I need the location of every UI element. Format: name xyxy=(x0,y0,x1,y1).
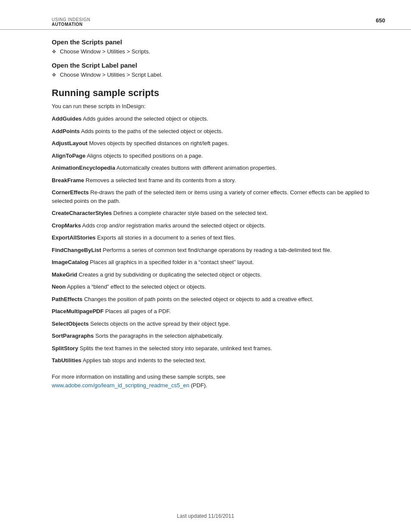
footer-section: For more information on installing and u… xyxy=(52,373,385,391)
script-description-13: Applies a “blend” effect to the selected… xyxy=(66,283,206,290)
script-name-2: AdjustLayout xyxy=(52,140,87,146)
footer-text-label: For more information on installing and u… xyxy=(52,373,225,380)
open-scripts-text: Choose Window > Utilities > Scripts. xyxy=(60,48,150,55)
script-name-13: Neon xyxy=(52,283,66,290)
script-description-5: Removes a selected text frame and its co… xyxy=(84,177,236,184)
open-script-label-heading: Open the Script Label panel xyxy=(52,62,385,69)
script-entry-4: AnimationEncyclopedia Automatically crea… xyxy=(52,164,385,172)
script-entry-10: FindChangeByList Performs a series of co… xyxy=(52,246,385,255)
script-name-8: CropMarks xyxy=(52,222,81,229)
diamond-icon: ❖ xyxy=(52,49,56,55)
script-description-10: Performs a series of common text find/ch… xyxy=(101,247,332,253)
script-name-12: MakeGrid xyxy=(52,271,77,278)
page-footer: Last updated 11/16/2011 xyxy=(0,513,411,519)
script-entry-19: TabUtilities Applies tab stops and inden… xyxy=(52,356,385,365)
scripts-list: AddGuides Adds guides around the selecte… xyxy=(52,115,385,365)
script-name-0: AddGuides xyxy=(52,115,81,122)
script-name-16: SelectObjects xyxy=(52,320,89,327)
script-entry-1: AddPoints Adds points to the paths of th… xyxy=(52,127,385,136)
open-scripts-panel-heading: Open the Scripts panel xyxy=(52,38,385,46)
script-name-6: CornerEffects xyxy=(52,189,89,196)
script-name-14: PathEffects xyxy=(52,296,83,302)
script-description-6: Re-draws the path of the selected item o… xyxy=(52,189,369,204)
script-description-18: Splits the text frames in the selected s… xyxy=(78,345,272,352)
script-entry-6: CornerEffects Re-draws the path of the s… xyxy=(52,188,385,205)
script-description-0: Adds guides around the selected object o… xyxy=(81,115,208,122)
script-entry-14: PathEffects Changes the position of path… xyxy=(52,295,385,304)
footer-link[interactable]: www.adobe.com/go/learn_id_scripting_read… xyxy=(52,382,189,389)
header-using-label: USING INDESIGN xyxy=(52,17,90,22)
script-entry-2: AdjustLayout Moves objects by specified … xyxy=(52,139,385,148)
header-section-label: Automation xyxy=(52,22,90,27)
script-entry-12: MakeGrid Creates a grid by subdividing o… xyxy=(52,271,385,279)
script-description-1: Adds points to the paths of the selected… xyxy=(80,128,223,134)
last-updated-label: Last updated 11/16/2011 xyxy=(177,513,234,519)
open-scripts-panel-section: Open the Scripts panel ❖ Choose Window >… xyxy=(52,38,385,55)
script-description-19: Applies tab stops and indents to the sel… xyxy=(81,357,206,364)
script-entry-17: SortParagraphs Sorts the paragraphs in t… xyxy=(52,332,385,340)
open-script-label-section: Open the Script Label panel ❖ Choose Win… xyxy=(52,62,385,78)
script-entry-11: ImageCatalog Places all graphics in a sp… xyxy=(52,258,385,267)
script-entry-16: SelectObjects Selects objects on the act… xyxy=(52,320,385,328)
script-entry-5: BreakFrame Removes a selected text frame… xyxy=(52,176,385,185)
script-description-15: Places all pages of a PDF. xyxy=(104,308,171,314)
script-entry-13: Neon Applies a “blend” effect to the sel… xyxy=(52,283,385,291)
script-description-3: Aligns objects to specified positions on… xyxy=(85,152,202,159)
script-description-7: Defines a complete character style based… xyxy=(112,210,268,216)
script-description-14: Changes the position of path points on t… xyxy=(83,296,314,302)
script-description-2: Moves objects by specified distances on … xyxy=(87,140,229,146)
script-name-7: CreateCharacterStyles xyxy=(52,210,112,216)
script-description-9: Exports all stories in a document to a s… xyxy=(96,234,235,241)
script-description-17: Sorts the paragraphs in the selection al… xyxy=(94,333,223,339)
script-entry-7: CreateCharacterStyles Defines a complete… xyxy=(52,209,385,218)
script-entry-8: CropMarks Adds crop and/or registration … xyxy=(52,221,385,230)
open-script-label-bullet: ❖ Choose Window > Utilities > Script Lab… xyxy=(52,72,385,78)
script-description-4: Automatically creates buttons with diffe… xyxy=(115,165,277,171)
script-name-17: SortParagraphs xyxy=(52,333,94,339)
script-name-15: PlaceMultipagePDF xyxy=(52,308,104,314)
running-sample-scripts-section: Running sample scripts You can run these… xyxy=(52,87,385,390)
script-description-8: Adds crop and/or registration marks arou… xyxy=(81,222,266,229)
script-entry-15: PlaceMultipagePDF Places all pages of a … xyxy=(52,307,385,316)
script-name-18: SplitStory xyxy=(52,345,78,352)
script-name-10: FindChangeByList xyxy=(52,247,101,253)
running-scripts-heading: Running sample scripts xyxy=(52,87,385,99)
header-left: USING INDESIGN Automation xyxy=(52,17,90,27)
open-script-label-text: Choose Window > Utilities > Script Label… xyxy=(60,72,162,78)
script-entry-3: AlignToPage Aligns objects to specified … xyxy=(52,152,385,160)
script-name-11: ImageCatalog xyxy=(52,259,88,265)
script-name-3: AlignToPage xyxy=(52,152,85,159)
intro-text: You can run these scripts in InDesign: xyxy=(52,103,385,109)
header-page-number: 650 xyxy=(376,17,385,24)
page: USING INDESIGN Automation 650 Open the S… xyxy=(0,0,411,532)
script-name-5: BreakFrame xyxy=(52,177,84,184)
script-entry-0: AddGuides Adds guides around the selecte… xyxy=(52,115,385,123)
diamond-icon-2: ❖ xyxy=(52,72,56,78)
script-name-9: ExportAllStories xyxy=(52,234,96,241)
footer-suffix: (PDF). xyxy=(189,382,207,389)
script-entry-9: ExportAllStories Exports all stories in … xyxy=(52,233,385,242)
script-description-12: Creates a grid by subdividing or duplica… xyxy=(77,271,262,278)
open-scripts-bullet: ❖ Choose Window > Utilities > Scripts. xyxy=(52,48,385,55)
main-content: Open the Scripts panel ❖ Choose Window >… xyxy=(0,38,411,408)
script-description-11: Places all graphics in a specified folde… xyxy=(88,259,254,265)
script-description-16: Selects objects on the active spread by … xyxy=(89,320,230,327)
script-name-19: TabUtilities xyxy=(52,357,81,364)
page-header: USING INDESIGN Automation 650 xyxy=(0,0,411,30)
script-entry-18: SplitStory Splits the text frames in the… xyxy=(52,344,385,353)
script-name-1: AddPoints xyxy=(52,128,80,134)
script-name-4: AnimationEncyclopedia xyxy=(52,165,115,171)
